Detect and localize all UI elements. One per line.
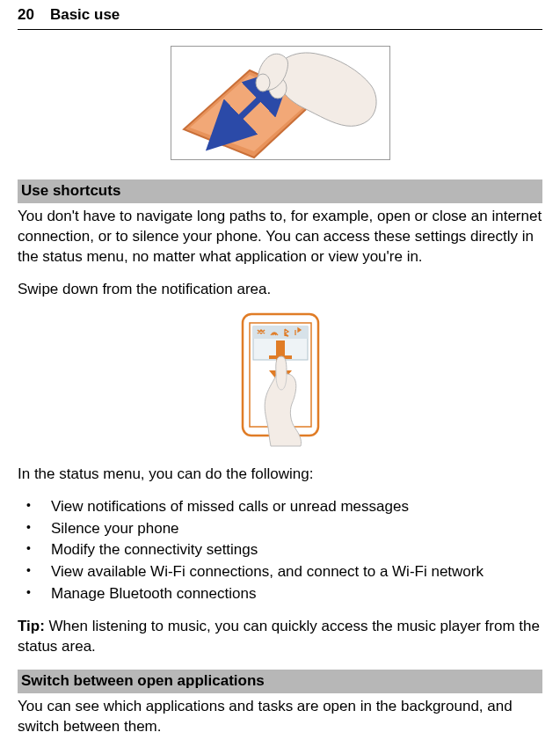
- manual-page: 20 Basic use: [0, 0, 560, 747]
- shortcuts-paragraph-1: You don't have to navigate long paths to…: [18, 207, 542, 267]
- pinch-zoom-illustration: [171, 46, 390, 160]
- swipe-down-figure: [18, 312, 542, 449]
- list-item: Manage Bluetooth connections: [18, 584, 542, 604]
- section-heading-text: Switch between open applications: [21, 672, 265, 689]
- list-item: View available Wi-Fi connections, and co…: [18, 562, 542, 582]
- list-item-text: View available Wi-Fi connections, and co…: [51, 563, 484, 580]
- list-item-text: Modify the connectivity settings: [51, 541, 258, 558]
- tip-label: Tip:: [18, 618, 49, 634]
- list-item: Modify the connectivity settings: [18, 540, 542, 560]
- switch-apps-paragraph: You can see which applications and tasks…: [18, 697, 542, 737]
- tip-paragraph: Tip: When listening to music, you can qu…: [18, 617, 542, 657]
- swipe-down-illustration: [232, 312, 329, 449]
- section-heading-text: Use shortcuts: [21, 182, 120, 199]
- list-item-text: Manage Bluetooth connections: [51, 585, 256, 602]
- status-menu-lead-in: In the status menu, you can do the follo…: [18, 465, 542, 485]
- list-item: View notifications of missed calls or un…: [18, 497, 542, 517]
- shortcuts-paragraph-2: Swipe down from the notification area.: [18, 280, 542, 300]
- pinch-zoom-figure: [18, 46, 542, 160]
- status-menu-list: View notifications of missed calls or un…: [18, 497, 542, 605]
- page-header: 20 Basic use: [18, 5, 542, 30]
- section-heading-shortcuts: Use shortcuts: [18, 179, 542, 203]
- chapter-title: Basic use: [50, 5, 120, 26]
- list-item-text: Silence your phone: [51, 520, 179, 537]
- list-item-text: View notifications of missed calls or un…: [51, 498, 409, 515]
- page-number: 20: [18, 5, 34, 26]
- list-item: Silence your phone: [18, 519, 542, 539]
- svg-point-5: [256, 74, 270, 92]
- section-heading-switch-apps: Switch between open applications: [18, 670, 542, 693]
- tip-text: When listening to music, you can quickly…: [18, 618, 540, 655]
